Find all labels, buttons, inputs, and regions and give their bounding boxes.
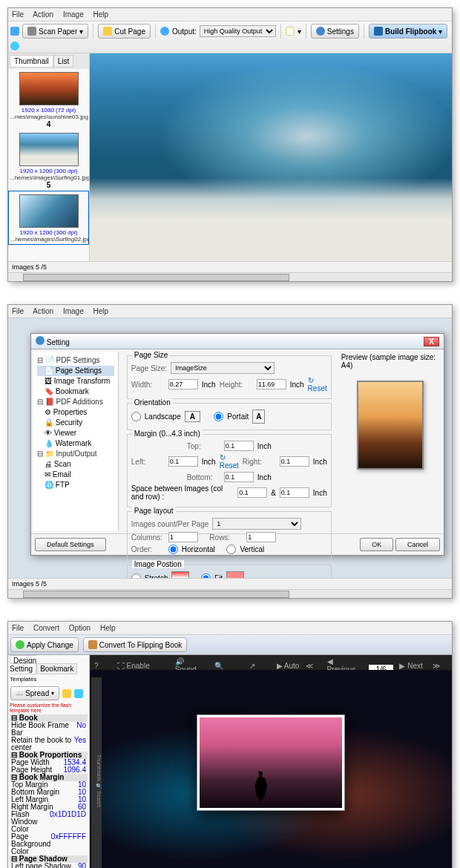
vertical-radio[interactable] bbox=[226, 545, 236, 554]
tree-properties[interactable]: ⚙ Properties bbox=[37, 407, 114, 418]
settings-tree[interactable]: ⊟ 📄 PDF Settings 📄 Page Settings 🖼 Image… bbox=[33, 352, 119, 531]
margin-right-input[interactable] bbox=[280, 456, 309, 467]
height-input[interactable] bbox=[257, 379, 286, 389]
horizontal-scrollbar[interactable] bbox=[8, 589, 452, 598]
dropdown-icon: ▾ bbox=[438, 27, 442, 36]
dropdown-icon[interactable]: ▾ bbox=[298, 27, 301, 36]
templates-label: Templates bbox=[8, 674, 89, 684]
dialog-titlebar: Setting X bbox=[31, 334, 444, 349]
menubar: File Action Image Help bbox=[8, 305, 452, 318]
status-bar: Images 5 /5 bbox=[8, 578, 452, 589]
settings-window: File Action Image Help Setting X ⊟ 📄 PDF… bbox=[7, 304, 453, 599]
stretch-radio[interactable] bbox=[131, 573, 141, 579]
tree-pdf-additions[interactable]: ⊟ 📕 PDF Additions bbox=[37, 397, 114, 407]
thumbnails-tab[interactable]: Thumbnails 🔍 Search bbox=[91, 677, 102, 868]
property-row[interactable]: Flash Window Color0x1D1D1D bbox=[10, 811, 88, 833]
cut-icon bbox=[103, 27, 112, 36]
output-quality-select[interactable]: High Quality Output bbox=[200, 25, 276, 37]
reset-button[interactable]: ↻ Reset bbox=[308, 376, 327, 392]
reset-button[interactable]: ↻ Reset bbox=[220, 453, 239, 470]
tab-list[interactable]: List bbox=[53, 55, 74, 68]
menu-image[interactable]: Image bbox=[63, 307, 84, 315]
tree-image-transform[interactable]: 🖼 Image Transform bbox=[37, 376, 114, 387]
thumbnail-item[interactable]: 1920 x 1080 (72 dpi)...mes\images\sunshi… bbox=[8, 69, 89, 130]
flipbook-page[interactable] bbox=[197, 714, 345, 811]
thumbnail-sidebar: ThumbnailList 1920 x 1080 (72 dpi)...mes… bbox=[8, 53, 90, 261]
width-input[interactable] bbox=[168, 379, 198, 389]
property-row[interactable]: Hide Book Frame BarNo bbox=[10, 722, 88, 737]
customize-hint: Please customize the flash template here bbox=[8, 703, 89, 713]
menu-file[interactable]: File bbox=[12, 307, 24, 315]
tab-design-setting[interactable]: Design Setting bbox=[10, 655, 36, 674]
menu-action[interactable]: Action bbox=[33, 307, 53, 315]
template-icon[interactable] bbox=[74, 689, 83, 698]
menu-help[interactable]: Help bbox=[93, 307, 109, 315]
image-viewer[interactable] bbox=[90, 53, 452, 261]
portrait-radio[interactable] bbox=[214, 412, 223, 421]
horizontal-scrollbar[interactable] bbox=[8, 272, 452, 281]
scan-paper-button[interactable]: Scan Paper▾ bbox=[22, 24, 88, 39]
thumbnail-image bbox=[19, 133, 79, 166]
thumbnail-item[interactable]: 1920 x 1200 (300 dpi)...hemes\images\Sur… bbox=[8, 130, 89, 191]
tree-page-settings[interactable]: 📄 Page Settings bbox=[37, 366, 114, 376]
menubar: File Convert Option Help bbox=[8, 622, 452, 635]
gear-icon bbox=[36, 336, 45, 345]
preview-pane: Preview (sample image size: A4) bbox=[338, 349, 444, 533]
default-settings-button[interactable]: Default Settings bbox=[35, 538, 106, 551]
menu-help[interactable]: Help bbox=[93, 10, 109, 19]
tab-bookmark[interactable]: Bookmark bbox=[36, 663, 77, 674]
property-row[interactable]: Retain the book to centerYes bbox=[10, 737, 88, 752]
menubar: File Action Image Help bbox=[8, 8, 452, 22]
space-row-input[interactable] bbox=[280, 487, 309, 498]
page-size-select[interactable]: ImageSize bbox=[171, 362, 275, 374]
tree-scan[interactable]: 🖨 Scan bbox=[37, 459, 114, 470]
property-row[interactable]: Page Background Color0xFFFFFF bbox=[10, 833, 88, 855]
menu-file[interactable]: File bbox=[12, 624, 24, 632]
menu-convert[interactable]: Convert bbox=[33, 624, 59, 632]
space-col-input[interactable] bbox=[237, 487, 267, 498]
images-per-page-select[interactable]: 1 bbox=[212, 518, 301, 530]
tree-viewer[interactable]: 👁 Viewer bbox=[37, 428, 114, 438]
margin-top-input[interactable] bbox=[224, 441, 254, 451]
rows-input[interactable] bbox=[246, 532, 276, 542]
margin-left-input[interactable] bbox=[168, 456, 198, 467]
landscape-radio[interactable] bbox=[131, 412, 141, 421]
tree-input-output[interactable]: ⊟ 📁 Input/Output bbox=[37, 449, 114, 459]
build-flipbook-button[interactable]: Build Flipbook▾ bbox=[369, 24, 447, 39]
tree-email[interactable]: ✉ Email bbox=[37, 470, 114, 480]
fit-radio[interactable] bbox=[201, 573, 211, 579]
template-icon[interactable] bbox=[62, 689, 71, 698]
tab-thumbnail[interactable]: Thumbnail bbox=[10, 55, 53, 68]
check-icon bbox=[16, 640, 24, 649]
tree-pdf-settings[interactable]: ⊟ 📄 PDF Settings bbox=[37, 355, 114, 366]
menu-help[interactable]: Help bbox=[100, 624, 116, 632]
tree-watermark[interactable]: 💧 Watermark bbox=[37, 438, 114, 449]
horizontal-radio[interactable] bbox=[168, 545, 178, 554]
close-button[interactable]: X bbox=[424, 337, 439, 346]
thumbnail-image bbox=[19, 194, 79, 228]
cancel-button[interactable]: Cancel bbox=[395, 538, 440, 551]
landscape-icon: A bbox=[185, 411, 200, 422]
status-bar: Images 5 /5 bbox=[8, 261, 452, 272]
property-row[interactable]: Left page Shadow90 bbox=[10, 863, 88, 868]
tree-bookmark[interactable]: 🔖 Bookmark bbox=[37, 387, 114, 397]
menu-action[interactable]: Action bbox=[33, 10, 53, 19]
help-icon[interactable] bbox=[10, 42, 19, 50]
cut-page-button[interactable]: Cut Page bbox=[98, 24, 151, 39]
apply-change-button[interactable]: Apply Change bbox=[10, 637, 79, 652]
menu-image[interactable]: Image bbox=[63, 10, 84, 19]
tree-security[interactable]: 🔒 Security bbox=[37, 418, 114, 428]
columns-input[interactable] bbox=[168, 532, 198, 542]
menu-option[interactable]: Option bbox=[69, 624, 91, 632]
margin-bottom-input[interactable] bbox=[224, 472, 254, 482]
menu-file[interactable]: File bbox=[12, 10, 24, 19]
property-grid[interactable]: ⊟ BookHide Book Frame BarNoRetain the bo… bbox=[8, 713, 89, 868]
thumbnail-item[interactable]: 1920 x 1200 (300 dpi)...hemes\images\Sur… bbox=[8, 191, 89, 245]
color-swatch[interactable] bbox=[286, 27, 295, 36]
toolbar: Apply Change Convert To Flipping Book bbox=[8, 635, 452, 655]
settings-button[interactable]: Settings bbox=[311, 24, 359, 39]
ok-button[interactable]: OK bbox=[360, 538, 393, 551]
spread-button[interactable]: 📖 Spread ▾ bbox=[10, 686, 59, 700]
convert-button[interactable]: Convert To Flipping Book bbox=[83, 637, 188, 652]
tree-ftp[interactable]: 🌐 FTP bbox=[37, 480, 114, 490]
